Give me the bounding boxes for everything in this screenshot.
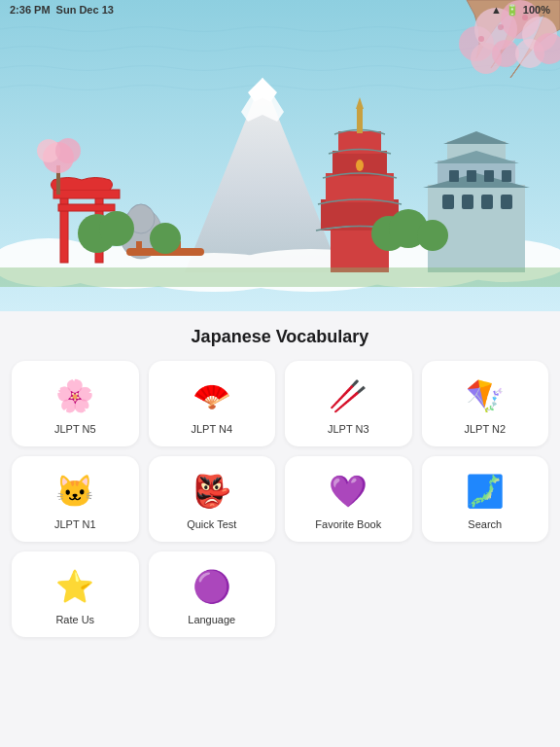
svg-rect-20 bbox=[53, 190, 120, 198]
grid-item-jlpt-n1[interactable]: 🐱JLPT N1 bbox=[12, 456, 139, 542]
search-label: Search bbox=[468, 518, 502, 530]
hero-image bbox=[0, 0, 560, 311]
grid-row-1: 🌸JLPT N5🪭JLPT N4🥢JLPT N3🪁JLPT N2 bbox=[12, 361, 548, 446]
jlpt-n5-label: JLPT N5 bbox=[54, 423, 96, 435]
section-title: Japanese Vocabulary bbox=[12, 327, 548, 347]
svg-rect-45 bbox=[502, 170, 511, 182]
grid-row-3: ⭐Rate Us🟣Language bbox=[12, 551, 548, 637]
quick-test-icon: 👺 bbox=[191, 470, 233, 513]
svg-rect-41 bbox=[501, 195, 512, 209]
language-icon: 🟣 bbox=[191, 565, 233, 608]
svg-point-10 bbox=[498, 24, 504, 30]
battery-level: 100% bbox=[523, 4, 550, 16]
rate-us-icon: ⭐ bbox=[53, 565, 96, 608]
svg-rect-38 bbox=[442, 195, 454, 209]
grid-item-language[interactable]: 🟣Language bbox=[149, 551, 276, 637]
svg-rect-40 bbox=[481, 195, 493, 209]
wifi-icon: ▲ bbox=[491, 4, 502, 16]
svg-point-57 bbox=[356, 160, 364, 171]
svg-point-51 bbox=[417, 220, 448, 251]
grid-item-search[interactable]: 🗾Search bbox=[422, 456, 549, 542]
svg-point-55 bbox=[55, 138, 81, 163]
main-content: Japanese Vocabulary 🌸JLPT N5🪭JLPT N4🥢JLP… bbox=[0, 311, 560, 747]
status-time: 2:36 PM bbox=[10, 4, 51, 16]
svg-point-47 bbox=[99, 211, 134, 246]
svg-point-6 bbox=[492, 40, 519, 67]
grid-item-favorite-book[interactable]: 💜Favorite Book bbox=[285, 456, 412, 542]
status-date: Sun Dec 13 bbox=[56, 4, 114, 16]
svg-rect-21 bbox=[58, 204, 115, 211]
search-icon: 🗾 bbox=[464, 470, 507, 513]
svg-rect-43 bbox=[467, 170, 476, 182]
grid-item-quick-test[interactable]: 👺Quick Test bbox=[149, 456, 276, 542]
jlpt-n1-icon: 🐱 bbox=[53, 470, 96, 513]
grid-item-jlpt-n2[interactable]: 🪁JLPT N2 bbox=[422, 361, 549, 446]
status-indicators: ▲ 🔋 100% bbox=[491, 4, 550, 17]
svg-point-48 bbox=[150, 223, 181, 254]
jlpt-n4-icon: 🪭 bbox=[191, 374, 233, 417]
quick-test-label: Quick Test bbox=[187, 518, 236, 530]
svg-rect-30 bbox=[326, 173, 394, 202]
grid-item-jlpt-n3[interactable]: 🥢JLPT N3 bbox=[285, 361, 412, 446]
svg-rect-25 bbox=[136, 241, 142, 256]
grid-item-jlpt-n5[interactable]: 🌸JLPT N5 bbox=[12, 361, 139, 446]
jlpt-n3-label: JLPT N3 bbox=[328, 423, 369, 435]
favorite-book-label: Favorite Book bbox=[315, 518, 381, 530]
jlpt-n4-label: JLPT N4 bbox=[191, 423, 232, 435]
svg-rect-33 bbox=[357, 107, 363, 133]
jlpt-n1-label: JLPT N1 bbox=[54, 518, 96, 530]
grid-item-rate-us[interactable]: ⭐Rate Us bbox=[12, 551, 139, 637]
svg-point-9 bbox=[478, 36, 484, 42]
jlpt-n5-icon: 🌸 bbox=[53, 374, 96, 417]
jlpt-n2-icon: 🪁 bbox=[464, 374, 507, 417]
rate-us-label: Rate Us bbox=[55, 614, 94, 625]
jlpt-n2-label: JLPT N2 bbox=[464, 423, 506, 435]
status-bar: 2:36 PM Sun Dec 13 ▲ 🔋 100% bbox=[0, 0, 560, 19]
svg-rect-39 bbox=[462, 195, 473, 209]
svg-rect-44 bbox=[484, 170, 494, 182]
svg-rect-56 bbox=[0, 267, 560, 287]
svg-rect-42 bbox=[449, 170, 459, 182]
language-label: Language bbox=[188, 614, 235, 625]
grid-row-2: 🐱JLPT N1👺Quick Test💜Favorite Book🗾Search bbox=[12, 456, 548, 542]
battery-icon: 🔋 bbox=[506, 4, 519, 17]
favorite-book-icon: 💜 bbox=[327, 470, 369, 513]
grid-item-jlpt-n4[interactable]: 🪭JLPT N4 bbox=[149, 361, 276, 446]
jlpt-n3-icon: 🥢 bbox=[327, 374, 369, 417]
